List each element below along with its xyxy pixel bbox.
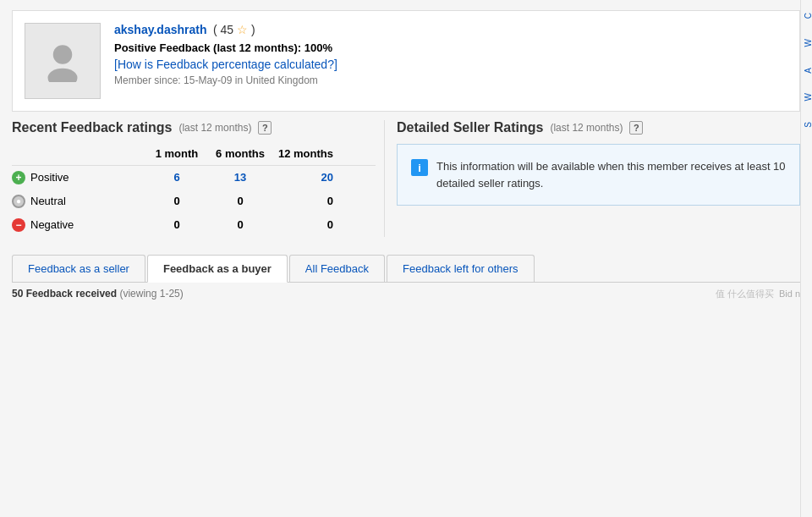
header-12m-col: 12 months [274,147,333,162]
tab-others[interactable]: Feedback left for others [387,255,535,282]
tab-buyer[interactable]: Feedback as a buyer [147,255,288,283]
feedback-score: 45 [221,23,234,36]
positive-6m: 13 [206,171,274,184]
right-panel-link-4[interactable]: W [803,89,810,105]
feedback-total: 50 Feedback received [12,288,117,300]
feedback-calc-link[interactable]: [How is Feedback percentage calculated?] [114,58,787,71]
detailed-seller-subtitle: (last 12 months) [550,122,623,134]
neutral-row: ● Neutral 0 0 0 [12,190,376,213]
recent-ratings-section: Recent Feedback ratings (last 12 months)… [12,120,384,237]
right-panel-link-5[interactable]: S [803,118,810,132]
positive-1m: 6 [147,171,206,184]
positive-12m: 20 [274,171,333,184]
detailed-seller-help-icon[interactable]: ? [629,121,643,135]
tab-seller[interactable]: Feedback as a seller [12,255,145,282]
negative-icon: − [12,218,25,232]
positive-row: + Positive 6 13 20 [12,166,376,190]
info-box: i This information will be available whe… [397,144,800,206]
neutral-6m: 0 [206,195,274,207]
username-line: akshay.dashrath ( 45 ☆ ) [114,23,787,36]
feedback-viewing: (viewing 1-25) [119,288,183,300]
feedback-count-display: 50 Feedback received (viewing 1-25) [12,288,184,300]
negative-label: − Negative [12,218,147,232]
detailed-seller-header: Detailed Seller Ratings (last 12 months)… [397,120,800,135]
profile-info: akshay.dashrath ( 45 ☆ ) Positive Feedba… [114,23,787,86]
neutral-12m: 0 [274,195,333,207]
info-text: This information will be available when … [436,158,786,191]
recent-ratings-title: Recent Feedback ratings [12,120,172,135]
neutral-icon: ● [12,195,25,208]
main-content: Recent Feedback ratings (last 12 months)… [12,120,800,237]
recent-ratings-header: Recent Feedback ratings (last 12 months)… [12,120,376,135]
neutral-label: ● Neutral [12,195,147,208]
info-icon: i [411,159,428,176]
positive-icon: + [12,171,25,184]
positive-text: Positive [30,171,69,184]
right-panel-link-2[interactable]: W [803,35,810,51]
profile-section: akshay.dashrath ( 45 ☆ ) Positive Feedba… [12,10,800,112]
footer-right: 值 什么值得买 Bid n [716,288,800,300]
watermark-text: 值 什么值得买 [716,288,774,300]
right-panel: C W A W S [800,0,812,517]
negative-12m: 0 [274,218,333,231]
bid-label: Bid n [779,289,800,299]
ratings-table-header: 1 month 6 months 12 months [12,144,376,166]
positive-feedback-line: Positive Feedback (last 12 months): 100% [114,41,787,54]
svg-point-0 [53,45,73,64]
member-since: Member since: 15-May-09 in United Kingdo… [114,74,787,86]
tab-all[interactable]: All Feedback [289,255,385,282]
avatar-icon [41,40,84,82]
negative-row: − Negative 0 0 0 [12,213,376,237]
detailed-seller-section: Detailed Seller Ratings (last 12 months)… [384,120,800,237]
negative-6m: 0 [206,218,274,231]
tabs-section: Feedback as a seller Feedback as a buyer… [12,254,800,283]
footer-info: 50 Feedback received (viewing 1-25) 值 什么… [12,288,800,300]
recent-ratings-help-icon[interactable]: ? [258,121,272,135]
header-1m-col: 1 month [147,147,206,162]
positive-label: + Positive [12,171,147,184]
neutral-text: Neutral [30,195,66,207]
star-icon: ☆ [237,23,248,36]
feedback-score-wrapper: ( 45 ☆ ) [210,23,255,36]
neutral-1m: 0 [147,195,206,207]
right-panel-link-1[interactable]: C [803,8,810,23]
right-panel-link-3[interactable]: A [803,63,810,78]
header-6m-col: 6 months [206,147,274,162]
detailed-seller-title: Detailed Seller Ratings [397,120,543,135]
avatar [25,23,101,99]
username-link[interactable]: akshay.dashrath [114,23,206,36]
right-panel-items: C W A W S [801,0,812,140]
svg-point-1 [48,69,78,82]
negative-text: Negative [30,218,74,231]
recent-ratings-subtitle: (last 12 months) [178,122,251,134]
negative-1m: 0 [147,218,206,231]
